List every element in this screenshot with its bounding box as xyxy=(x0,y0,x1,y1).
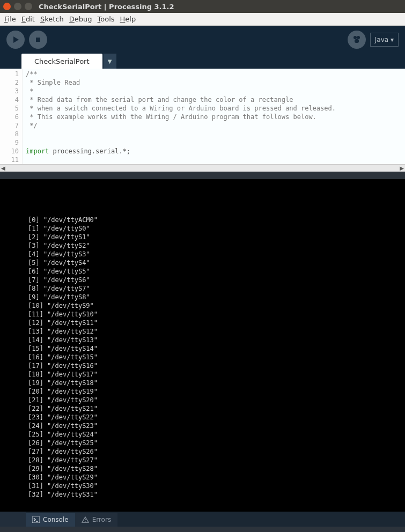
tab-errors-label: Errors xyxy=(92,516,112,523)
line-number: 7 xyxy=(0,121,22,130)
svg-point-3 xyxy=(357,36,360,39)
window-minimize-button[interactable] xyxy=(14,3,21,10)
toolbar: Java ▾ xyxy=(0,26,405,54)
console-line: [7] "/dev/ttyS6" xyxy=(28,276,405,284)
console-line: [18] "/dev/ttyS17" xyxy=(28,370,405,379)
line-gutter: 1234567891011 xyxy=(0,69,23,164)
window-close-button[interactable] xyxy=(3,3,11,10)
titlebar: CheckSerialPort | Processing 3.1.2 xyxy=(0,0,405,13)
code-line[interactable]: * Simple Read xyxy=(26,78,405,87)
console-line: [29] "/dev/ttyS28" xyxy=(28,464,405,473)
line-number: 10 xyxy=(0,147,22,156)
svg-marker-0 xyxy=(13,36,19,43)
tab-checkserialport[interactable]: CheckSerialPort xyxy=(21,54,102,69)
svg-rect-4 xyxy=(355,39,359,43)
scroll-right-icon[interactable]: ▶ xyxy=(400,165,404,171)
tab-row: CheckSerialPort ▼ xyxy=(0,54,405,69)
status-spacer xyxy=(0,512,26,527)
console-line: [11] "/dev/ttyS10" xyxy=(28,310,405,319)
line-number: 3 xyxy=(0,87,22,95)
warning-icon xyxy=(82,516,89,523)
tab-console-label: Console xyxy=(43,516,69,523)
tab-console[interactable]: Console xyxy=(26,513,75,527)
menu-tools[interactable]: Tools xyxy=(98,15,115,23)
code-line[interactable]: */ xyxy=(26,121,405,130)
console-line: [13] "/dev/ttyS12" xyxy=(28,327,405,336)
code-line[interactable]: * when a switch connected to a Wiring or… xyxy=(26,104,405,113)
line-number: 8 xyxy=(0,130,22,138)
console-icon xyxy=(32,516,40,523)
svg-rect-1 xyxy=(36,38,40,42)
status-bar: Console Errors xyxy=(0,512,405,527)
console-line: [22] "/dev/ttyS21" xyxy=(28,404,405,413)
console-line: [5] "/dev/ttyS4" xyxy=(28,258,405,267)
console-line: [17] "/dev/ttyS16" xyxy=(28,361,405,370)
menu-sketch[interactable]: Sketch xyxy=(40,15,64,23)
menu-help[interactable]: Help xyxy=(120,15,136,23)
code-line[interactable]: /** xyxy=(26,70,405,78)
code-line[interactable]: * This example works with the Wiring / A… xyxy=(26,113,405,121)
mode-selector[interactable]: Java ▾ xyxy=(370,33,399,47)
code-area[interactable]: /** * Simple Read * * Read data from the… xyxy=(23,69,405,164)
console-line: [24] "/dev/ttyS23" xyxy=(28,422,405,430)
run-button[interactable] xyxy=(6,31,25,49)
tab-dropdown[interactable]: ▼ xyxy=(104,54,116,69)
line-number: 6 xyxy=(0,113,22,121)
console-line: [10] "/dev/ttyS9" xyxy=(28,301,405,310)
window-title: CheckSerialPort | Processing 3.1.2 xyxy=(39,3,174,11)
menu-edit[interactable]: Edit xyxy=(21,15,35,23)
console-line: [0] "/dev/ttyACM0" xyxy=(28,216,405,224)
console-line: [26] "/dev/ttyS25" xyxy=(28,439,405,447)
code-line[interactable]: * xyxy=(26,87,405,95)
stop-button[interactable] xyxy=(29,31,47,49)
console-line: [27] "/dev/ttyS26" xyxy=(28,447,405,456)
console-line: [8] "/dev/ttyS7" xyxy=(28,284,405,293)
console-line: [16] "/dev/ttyS15" xyxy=(28,353,405,361)
console-line: [3] "/dev/ttyS2" xyxy=(28,241,405,250)
svg-point-9 xyxy=(85,521,86,522)
scroll-left-icon[interactable]: ◀ xyxy=(1,165,5,171)
line-number: 2 xyxy=(0,78,22,87)
svg-point-2 xyxy=(354,36,357,39)
console-line: [21] "/dev/ttyS20" xyxy=(28,396,405,404)
console-line: [15] "/dev/ttyS14" xyxy=(28,344,405,353)
console-line: [32] "/dev/ttyS31" xyxy=(28,490,405,499)
console-line: [2] "/dev/ttyS1" xyxy=(28,233,405,241)
line-number: 1 xyxy=(0,70,22,78)
code-line[interactable] xyxy=(26,156,405,164)
menubar: File Edit Sketch Debug Tools Help xyxy=(0,13,405,26)
editor-hscrollbar[interactable]: ◀ ▶ xyxy=(0,164,405,172)
code-editor[interactable]: 1234567891011 /** * Simple Read * * Read… xyxy=(0,69,405,164)
console-line: [4] "/dev/ttyS3" xyxy=(28,250,405,258)
code-line[interactable]: import processing.serial.*; xyxy=(26,147,405,156)
console-line: [9] "/dev/ttyS8" xyxy=(28,293,405,301)
console-line: [30] "/dev/ttyS29" xyxy=(28,473,405,482)
console-line: [23] "/dev/ttyS22" xyxy=(28,413,405,422)
console-line: [19] "/dev/ttyS18" xyxy=(28,379,405,387)
menu-debug[interactable]: Debug xyxy=(69,15,92,23)
console-output[interactable]: [0] "/dev/ttyACM0"[1] "/dev/ttyS0"[2] "/… xyxy=(0,179,405,512)
tab-errors[interactable]: Errors xyxy=(75,513,118,527)
code-line[interactable] xyxy=(26,138,405,147)
console-line: [14] "/dev/ttyS13" xyxy=(28,336,405,344)
debug-button[interactable] xyxy=(348,31,366,49)
code-line[interactable]: * Read data from the serial port and cha… xyxy=(26,95,405,104)
code-line[interactable] xyxy=(26,130,405,138)
line-number: 11 xyxy=(0,156,22,164)
split-divider[interactable] xyxy=(0,172,405,179)
menu-file[interactable]: File xyxy=(4,15,16,23)
console-line: [20] "/dev/ttyS19" xyxy=(28,387,405,396)
console-line: [28] "/dev/ttyS27" xyxy=(28,456,405,464)
console-line: [6] "/dev/ttyS5" xyxy=(28,267,405,276)
console-line: [25] "/dev/ttyS24" xyxy=(28,430,405,439)
console-line: [31] "/dev/ttyS30" xyxy=(28,482,405,490)
line-number: 9 xyxy=(0,138,22,147)
line-number: 5 xyxy=(0,104,22,113)
line-number: 4 xyxy=(0,95,22,104)
window-maximize-button[interactable] xyxy=(25,3,32,10)
console-line: [12] "/dev/ttyS11" xyxy=(28,319,405,327)
console-line: [1] "/dev/ttyS0" xyxy=(28,224,405,233)
